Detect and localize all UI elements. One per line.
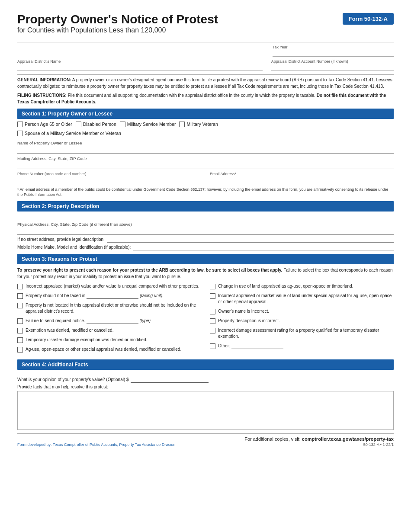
opinion-label: What is your opinion of your property's … — [17, 377, 129, 382]
reason-failure-notice-text: Failure to send required notice. (type) — [26, 318, 151, 324]
appraisal-fields: Appraisal District's Name Appraisal Dist… — [17, 59, 394, 71]
checkbox-military-service-label: Military Service Member — [127, 122, 176, 127]
section1-title: Section 1: Property Owner or Lessee — [22, 111, 112, 117]
checkbox-spouse-label: Spouse of a Military Service Member or V… — [25, 131, 121, 136]
checkbox-military-veteran[interactable]: Military Veteran — [179, 122, 218, 127]
reason-change-land-use-box[interactable] — [210, 284, 215, 289]
reason-incorrect-market-land-text: Incorrect appraised or market value of l… — [218, 293, 394, 305]
filing-text: File this document and all supporting do… — [67, 93, 317, 98]
taxing-unit-line[interactable] — [87, 294, 138, 299]
email-field: Email Address* — [210, 172, 394, 184]
reason-not-in-district: Property is not located in this appraisa… — [17, 302, 201, 314]
reason-owner-incorrect: Owner's name is incorrect. — [210, 308, 394, 314]
reason-disaster-exemption: Temporary disaster damage exemption was … — [17, 337, 201, 343]
reasons-left-col: Incorrect appraised (market) value and/o… — [17, 283, 201, 356]
reason-exemption-denied-box[interactable] — [17, 328, 23, 333]
reason-property-desc-incorrect: Property description is incorrect. — [210, 318, 394, 324]
checkbox-military-service-box[interactable] — [120, 122, 125, 127]
tax-year-input[interactable] — [273, 50, 394, 57]
reason-not-taxed-box[interactable] — [17, 293, 23, 299]
provide-facts-label: Provide facts that may help resolve this… — [17, 385, 394, 389]
reason-ag-use-box[interactable] — [17, 347, 23, 353]
email-footnote: * An email address of a member of the pu… — [17, 187, 394, 198]
section3-title: Section 3: Reasons for Protest — [22, 256, 97, 262]
reason-failure-notice-box[interactable] — [17, 318, 23, 324]
reason-not-in-district-box[interactable] — [17, 303, 23, 308]
other-line[interactable] — [231, 344, 283, 349]
physical-address-input[interactable] — [17, 227, 394, 235]
checkboxes-row1: Person Age 65 or Older Disabled Person M… — [17, 122, 394, 127]
legal-desc-input[interactable] — [107, 237, 394, 243]
reason-property-desc-incorrect-text: Property description is incorrect. — [218, 318, 280, 324]
footer-right-plain: For additional copies, visit: — [244, 436, 302, 442]
reason-not-taxed: Property should not be taxed in (taxing … — [17, 293, 201, 299]
checkbox-spouse-box[interactable] — [17, 131, 23, 136]
appraisal-account-input[interactable] — [271, 64, 394, 71]
reason-exemption-denied-text: Exemption was denied, modified or cancel… — [26, 327, 113, 333]
checkboxes-row2: Spouse of a Military Service Member or V… — [17, 131, 394, 136]
email-input[interactable] — [210, 176, 394, 184]
opinion-row: What is your opinion of your property's … — [17, 377, 394, 383]
appraisal-district-name-label: Appraisal District's Name — [17, 59, 263, 64]
reason-not-taxed-text: Property should not be taxed in (taxing … — [26, 293, 164, 299]
reason-incorrect-appraised-box[interactable] — [17, 284, 23, 289]
checkbox-spouse[interactable]: Spouse of a Military Service Member or V… — [17, 131, 121, 136]
checkbox-military-veteran-box[interactable] — [179, 122, 185, 127]
checkbox-military-service[interactable]: Military Service Member — [120, 122, 176, 127]
mailing-address-input[interactable] — [17, 161, 394, 169]
section2-spacer — [17, 214, 394, 220]
checkbox-age65[interactable]: Person Age 65 or Older — [17, 122, 72, 127]
checkbox-age65-box[interactable] — [17, 122, 23, 127]
section2-title: Section 2: Property Description — [22, 203, 99, 209]
checkbox-disabled[interactable]: Disabled Person — [76, 122, 116, 127]
reason-disaster-exemption-box[interactable] — [17, 337, 23, 343]
divider-1 — [17, 74, 394, 75]
physical-address-label: Physical Address, City, State, Zip Code … — [17, 222, 394, 227]
footer-right: For additional copies, visit: comptrolle… — [244, 436, 394, 447]
section1-header: Section 1: Property Owner or Lessee — [17, 109, 394, 119]
appraisal-account-label: Appraisal District Account Number (if kn… — [271, 59, 394, 64]
section4-title: Section 4: Additional Facts — [22, 362, 88, 368]
facts-textarea[interactable] — [17, 391, 394, 430]
appraisal-district-name-input[interactable] — [17, 64, 263, 71]
section4-header: Section 4: Additional Facts — [17, 359, 394, 370]
reason-owner-incorrect-text: Owner's name is incorrect. — [218, 308, 269, 314]
phone-input[interactable] — [17, 176, 201, 184]
reason-incorrect-market-land: Incorrect appraised or market value of l… — [210, 293, 394, 305]
reason-incorrect-appraised: Incorrect appraised (market) value and/o… — [17, 283, 201, 289]
section4-spacer — [17, 372, 394, 377]
appraisal-name-block: Appraisal District's Name — [17, 59, 263, 71]
appraisal-account-block: Appraisal District Account Number (if kn… — [271, 59, 394, 71]
footer-left: Form developed by: Texas Comptroller of … — [17, 442, 175, 447]
reason-property-desc-incorrect-box[interactable] — [210, 318, 215, 324]
email-label: Email Address* — [210, 172, 394, 176]
reason-other-text: Other: — [218, 343, 283, 349]
owner-name-input[interactable] — [17, 146, 394, 154]
reason-owner-incorrect-box[interactable] — [210, 309, 215, 314]
checkbox-disabled-box[interactable] — [76, 122, 81, 127]
legal-desc-row: If no street address, provide legal desc… — [17, 237, 394, 243]
mobile-home-input[interactable] — [133, 244, 394, 250]
general-info-text: A property owner or an owner's designate… — [17, 77, 392, 89]
reason-other: Other: — [210, 343, 394, 349]
footer-right-text: For additional copies, visit: comptrolle… — [244, 436, 394, 442]
reason-damage-assessment-box[interactable] — [210, 328, 215, 333]
reason-incorrect-market-land-box[interactable] — [210, 293, 215, 299]
reason-failure-notice: Failure to send required notice. (type) — [17, 318, 201, 324]
mailing-address-label: Mailing Address, City, State, ZIP Code — [17, 156, 394, 161]
section2-header: Section 2: Property Description — [17, 201, 394, 212]
reason-exemption-denied: Exemption was denied, modified or cancel… — [17, 327, 201, 333]
notice-type-line[interactable] — [87, 319, 138, 324]
reason-damage-assessment: Incorrect damage assessment rating for a… — [210, 327, 394, 340]
reason-damage-assessment-text: Incorrect damage assessment rating for a… — [218, 327, 394, 340]
reason-ag-use: Ag-use, open-space or other special appr… — [17, 346, 201, 353]
reason-ag-use-text: Ag-use, open-space or other special appr… — [26, 346, 181, 353]
phone-field: Phone Number (area code and number) — [17, 172, 201, 184]
opinion-input[interactable] — [131, 377, 209, 383]
section3-header: Section 3: Reasons for Protest — [17, 254, 394, 264]
reasons-right-col: Change in use of land appraised as ag-us… — [210, 283, 394, 356]
mobile-home-label: Mobile Home Make, Model and Identificati… — [17, 245, 131, 250]
footer: Form developed by: Texas Comptroller of … — [17, 433, 394, 447]
phone-email-row: Phone Number (area code and number) Emai… — [17, 172, 394, 184]
reason-other-box[interactable] — [210, 343, 215, 349]
